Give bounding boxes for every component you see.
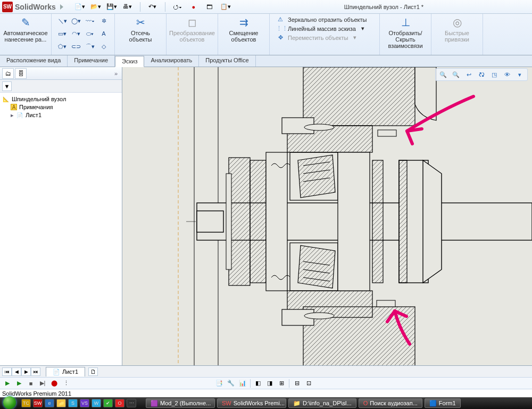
hide-show-button[interactable]: 👁 <box>502 70 512 79</box>
brand-menu-arrow-icon[interactable] <box>60 4 63 10</box>
arc-tool-button[interactable]: ◠▾ <box>70 28 82 39</box>
plane-tool-button[interactable]: ◇ <box>97 40 110 52</box>
tree-root[interactable]: 📐 Шпиндельний вузол <box>1 95 121 103</box>
point-tool-button[interactable]: ✲ <box>97 15 110 27</box>
task-opera[interactable]: OПоиск аудиозап... <box>359 398 422 408</box>
play-end-button[interactable]: ▶| <box>38 379 47 388</box>
ql-icon[interactable]: TC <box>21 399 31 407</box>
task-vs[interactable]: 🟪Mod_2 (Выполне... <box>146 398 215 408</box>
ql-icon[interactable]: S <box>68 399 78 407</box>
tree-sheet1[interactable]: ▸ 📄 Лист1 <box>1 111 121 119</box>
play-button[interactable]: ▶ <box>15 379 23 388</box>
fm-tab-config[interactable]: 🗄 <box>15 68 27 79</box>
tool-g[interactable]: ⊟ <box>293 379 301 388</box>
text-tool-button[interactable]: A <box>97 28 110 39</box>
loop-button[interactable]: ⬤ <box>50 379 59 388</box>
open-button[interactable]: 📂▾ <box>89 2 103 12</box>
filter-icon[interactable]: ▼ <box>2 81 12 91</box>
linear-pattern-button[interactable]: ⋮⋮ Линейный массив эскиза▾ <box>274 24 375 33</box>
tab-evaluate[interactable]: Анализировать <box>144 55 199 67</box>
svg-rect-26 <box>372 160 383 283</box>
quick-snaps-button[interactable]: ◎ Быстрые привязки <box>436 15 478 43</box>
appearance-button[interactable]: ▾ <box>514 70 525 79</box>
options-button[interactable]: 🗔 <box>203 2 217 12</box>
play-start-button[interactable]: ▶ <box>3 379 12 388</box>
sheet-next-button[interactable]: ▶ <box>21 367 31 376</box>
ribbon-group-convert: ◻ Преобразование объектов <box>167 14 218 55</box>
convert-entities-button[interactable]: ◻ Преобразование объектов <box>171 15 213 43</box>
tab-sketch[interactable]: Эскиз <box>115 56 144 67</box>
offset-entities-button[interactable]: ⇉ Смещение объектов <box>222 15 265 43</box>
display-relations-button[interactable]: ⊥ Отобразить/Скрыть взаимосвязи <box>384 15 427 49</box>
start-button[interactable] <box>3 396 16 409</box>
speed-button[interactable]: ⋮ <box>62 379 70 388</box>
ql-icon[interactable]: O <box>115 399 124 407</box>
zoom-fit-button[interactable]: 🔍 <box>438 70 448 79</box>
mirror-entities-button[interactable]: ⚠ Зеркально отразить объекты <box>274 15 375 24</box>
snaps-icon: ◎ <box>453 16 462 29</box>
tab-view-layout[interactable]: Расположение вида <box>0 55 68 67</box>
polygon-tool-button[interactable]: ⬠▾ <box>56 40 69 52</box>
panel-collapse-button[interactable]: » <box>112 70 120 77</box>
new-button[interactable]: 📄▾ <box>73 2 87 12</box>
sheet-first-button[interactable]: ⏮ <box>2 367 12 376</box>
ellipse-tool-button[interactable]: ⬭▾ <box>84 28 96 39</box>
undo-button[interactable]: ↶▾ <box>146 2 160 12</box>
feature-tree[interactable]: 📐 Шпиндельний вузол A Примечания ▸ 📄 Лис… <box>0 93 122 389</box>
ql-icon[interactable]: W <box>92 399 101 407</box>
tool-d[interactable]: ◧ <box>254 379 262 388</box>
ribbon-group-dimension: ✎ Автоматическое нанесение ра... <box>0 14 52 55</box>
ql-icon[interactable]: VS <box>80 399 89 407</box>
ql-icon[interactable]: ✔ <box>103 399 113 407</box>
tab-annotation[interactable]: Примечание <box>68 55 115 67</box>
add-sheet-button[interactable]: 🗋 <box>88 367 98 376</box>
tool-a[interactable]: 📑 <box>215 379 223 388</box>
appearance-button[interactable]: 📋▾ <box>219 2 232 12</box>
auto-dimension-button[interactable]: ✎ Автоматическое нанесение ра... <box>4 15 47 43</box>
motion-toolbar: ▶ ▶ ■ ▶| ⬤ ⋮ 📑 🔧 📊 ◧ ◨ ⊞ ⊟ ⊡ <box>0 377 532 389</box>
task-form1[interactable]: 🟦Form1 <box>425 398 461 408</box>
sheet-tab-1[interactable]: 📄 Лист1 <box>46 367 85 377</box>
move-entities-button[interactable]: ✥ Переместить объекты▾ <box>274 33 375 42</box>
expand-icon[interactable]: ▸ <box>11 112 14 119</box>
tool-f[interactable]: ⊞ <box>277 379 286 388</box>
drawing-canvas[interactable]: 🔍 🔍 ↩ 🗘 ◳ 👁 ▾ <box>122 67 532 389</box>
tool-e[interactable]: ◨ <box>265 379 274 388</box>
sheet-prev-button[interactable]: ◀ <box>12 367 21 376</box>
tree-annotations[interactable]: A Примечания <box>1 103 121 111</box>
ql-icon[interactable]: e <box>45 399 54 407</box>
select-button[interactable]: ⭯▾ <box>171 2 185 12</box>
ribbon-group-offset: ⇉ Смещение объектов <box>218 14 270 55</box>
tool-b[interactable]: 🔧 <box>227 379 235 388</box>
ql-icon[interactable]: ⋯ <box>127 399 136 407</box>
tool-c[interactable]: 📊 <box>238 379 247 388</box>
title-bar: SW SolidWorks 📄▾ 📂▾ 💾▾ 🖶▾ ↶▾ ⭯▾ ● 🗔 📋▾ Ш… <box>0 0 532 14</box>
task-explorer[interactable]: 📁D:\info_na_DP\sl... <box>288 398 356 408</box>
ql-icon[interactable]: 📁 <box>56 399 66 407</box>
rectangle-tool-button[interactable]: ▭▾ <box>56 28 69 39</box>
zoom-area-button[interactable]: 🔍 <box>451 70 461 79</box>
trim-button[interactable]: ✂ Отсечь объекты <box>119 15 162 43</box>
save-button[interactable]: 💾▾ <box>105 2 119 12</box>
rebuild-button[interactable]: ● <box>187 2 201 12</box>
svg-marker-15 <box>298 155 335 198</box>
linear-pattern-icon: ⋮⋮ <box>276 25 285 32</box>
display-style-button[interactable]: ◳ <box>489 70 500 79</box>
fm-tab-tree[interactable]: 🗂 <box>2 68 14 79</box>
previous-view-button[interactable]: ↩ <box>463 70 474 79</box>
line-tool-button[interactable]: ＼▾ <box>56 15 69 27</box>
trim-label: Отсечь объекты <box>129 30 152 43</box>
print-button[interactable]: 🖶▾ <box>121 2 135 12</box>
section-view-button[interactable]: 🗘 <box>476 70 487 79</box>
ql-icon[interactable]: SW <box>33 399 43 407</box>
ribbon-group-pattern: ⚠ Зеркально отразить объекты ⋮⋮ Линейный… <box>270 14 380 55</box>
task-sw[interactable]: SWSolidWorks Premi... <box>217 398 286 408</box>
spline-tool-button[interactable]: 〰▾ <box>84 15 96 27</box>
tab-office[interactable]: Продукты Office <box>199 55 255 67</box>
tool-h[interactable]: ⊡ <box>304 379 313 388</box>
circle-tool-button[interactable]: ◯▾ <box>70 15 82 27</box>
slot-tool-button[interactable]: ⊂⊃ <box>70 40 82 52</box>
fillet-tool-button[interactable]: ⌒▾ <box>84 40 96 52</box>
sheet-last-button[interactable]: ⏭ <box>31 367 40 376</box>
stop-button[interactable]: ■ <box>27 379 35 388</box>
